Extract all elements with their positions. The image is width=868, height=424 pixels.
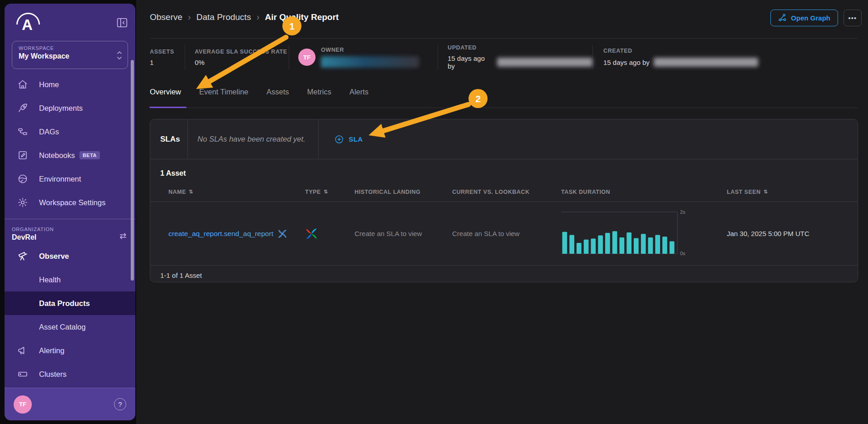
- stat-sla-rate: AVERAGE SLA SUCCESS RATE 0%: [185, 49, 289, 66]
- sidebar-item-label: Deployments: [39, 104, 83, 113]
- sidebar-item-alerting[interactable]: Alerting: [5, 339, 135, 362]
- chevron-up-down-icon: [116, 49, 123, 63]
- main-content: Observe › Data Products › Air Quality Re…: [136, 0, 868, 424]
- workspace-selector[interactable]: WORKSPACE My Workspace: [12, 41, 128, 69]
- more-options-button[interactable]: •••: [843, 10, 862, 26]
- sidebar-collapse-icon[interactable]: [116, 17, 128, 28]
- stat-label: CREATED: [603, 48, 758, 54]
- asset-link[interactable]: create_aq_report.send_aq_report: [168, 230, 273, 238]
- sidebar-item-observe[interactable]: Observe: [5, 244, 135, 268]
- chevron-right-icon: ›: [256, 12, 260, 22]
- switch-organization-icon[interactable]: [118, 231, 128, 241]
- workspace-label: WORKSPACE: [19, 45, 121, 51]
- home-icon: [17, 79, 28, 90]
- add-sla-button[interactable]: SLA: [319, 119, 363, 159]
- open-graph-button[interactable]: Open Graph: [770, 10, 838, 26]
- dag-icon: [17, 126, 28, 137]
- slas-title: SLAs: [150, 119, 187, 159]
- sidebar-scrollbar[interactable]: [131, 60, 134, 281]
- graph-icon: [778, 13, 787, 23]
- stats-bar: ASSETS 1 AVERAGE SLA SUCCESS RATE 0% TF …: [150, 39, 858, 76]
- tab-overview[interactable]: Overview: [150, 76, 181, 108]
- sidebar-footer: TF ?: [5, 388, 135, 420]
- sidebar-item-data-products[interactable]: Data Products: [5, 291, 135, 315]
- sidebar-item-deployments[interactable]: Deployments: [5, 96, 135, 120]
- sidebar-item-label: Clusters: [39, 370, 67, 379]
- stat-label: OWNER: [321, 47, 419, 53]
- airflow-outline-icon: [278, 229, 287, 238]
- header-actions: Open Graph •••: [770, 10, 862, 26]
- organization-selector[interactable]: ORGANIZATION DevRel: [5, 219, 135, 244]
- sidebar: A WORKSPACE My Workspace: [5, 4, 135, 420]
- historical-landing-cell: Create an SLA to view: [355, 230, 452, 237]
- table-pagination-label: 1-1 of 1 Asset: [150, 265, 858, 279]
- workspace-name: My Workspace: [19, 52, 121, 60]
- stat-created: CREATED 15 days ago by: [593, 48, 758, 67]
- table-row: create_aq_report.send_aq_report: [150, 202, 858, 265]
- sidebar-item-notebooks[interactable]: Notebooks BETA: [5, 143, 135, 167]
- sidebar-item-workspace-settings[interactable]: Workspace Settings: [5, 191, 135, 214]
- telescope-icon: [17, 251, 28, 261]
- overview-card: SLAs No SLAs have been created yet. SLA …: [150, 119, 858, 282]
- organization-label: ORGANIZATION: [12, 227, 128, 232]
- y-tick-bottom: 0s: [680, 251, 686, 256]
- sidebar-item-environment[interactable]: Environment: [5, 167, 135, 191]
- sort-icon[interactable]: ⇅: [324, 189, 328, 195]
- airflow-logo-icon: [305, 227, 355, 240]
- stat-value: 0%: [195, 59, 289, 66]
- breadcrumb-observe[interactable]: Observe: [150, 12, 182, 22]
- column-header-name[interactable]: NAME ⇅: [150, 189, 305, 195]
- sidebar-item-clusters[interactable]: Clusters: [5, 362, 135, 386]
- stat-label: AVERAGE SLA SUCCESS RATE: [195, 49, 289, 55]
- sidebar-item-health[interactable]: Health: [5, 268, 135, 291]
- notebook-icon: [17, 150, 28, 161]
- plus-circle-icon: [334, 134, 344, 144]
- sidebar-item-label: Notebooks: [39, 151, 75, 160]
- current-vs-lookback-cell: Create an SLA to view: [452, 230, 561, 237]
- column-header-current-vs-lookback: CURRENT VS. LOOKBACK: [452, 189, 561, 195]
- created-by-redacted: [654, 58, 758, 67]
- asset-type-cell: [305, 227, 355, 240]
- sidebar-item-home[interactable]: Home: [5, 73, 135, 96]
- tab-alerts[interactable]: Alerts: [350, 76, 369, 108]
- sort-icon[interactable]: ⇅: [764, 189, 768, 195]
- clusters-icon: [17, 369, 28, 380]
- sidebar-nav: Home Deployments DAGs: [5, 73, 135, 386]
- stat-label: UPDATED: [448, 44, 592, 51]
- task-duration-bars: [562, 231, 675, 254]
- tab-assets[interactable]: Assets: [266, 76, 289, 108]
- column-header-historical-landing: HISTORICAL LANDING: [355, 189, 452, 195]
- gear-icon: [17, 197, 28, 208]
- last-seen-cell: Jan 30, 2025 5:00 PM UTC: [727, 230, 858, 237]
- sidebar-item-dags[interactable]: DAGs: [5, 120, 135, 143]
- sidebar-item-label: Workspace Settings: [39, 198, 105, 207]
- stat-label: ASSETS: [150, 49, 185, 55]
- assets-table-header: NAME ⇅ TYPE ⇅ HISTORICAL LANDING CURRENT…: [150, 182, 858, 202]
- updated-prefix: 15 days ago by: [448, 54, 493, 70]
- column-header-last-seen[interactable]: LAST SEEN ⇅: [727, 189, 858, 195]
- sidebar-item-label: DAGs: [39, 128, 59, 136]
- app-screen: A WORKSPACE My Workspace: [0, 0, 868, 424]
- user-avatar[interactable]: TF: [14, 395, 32, 414]
- rocket-icon: [17, 103, 28, 113]
- tab-metrics[interactable]: Metrics: [307, 76, 331, 108]
- column-header-type[interactable]: TYPE ⇅: [305, 189, 355, 195]
- stat-value: 1: [150, 59, 185, 66]
- slas-empty-message: No SLAs have been created yet.: [188, 119, 318, 159]
- sort-icon[interactable]: ⇅: [189, 189, 193, 195]
- sidebar-item-label: Alerting: [39, 346, 64, 355]
- astronomer-logo-icon[interactable]: A: [16, 13, 40, 36]
- task-duration-chart: 2s 0s: [561, 208, 694, 257]
- updated-by-redacted: [497, 58, 592, 67]
- sidebar-item-label: Home: [39, 80, 59, 89]
- sidebar-item-label: Data Products: [39, 299, 90, 308]
- created-prefix: 15 days ago by: [603, 59, 650, 66]
- sidebar-item-asset-catalog[interactable]: Asset Catalog: [5, 315, 135, 339]
- breadcrumb-data-products[interactable]: Data Products: [196, 12, 251, 22]
- y-tick-top: 2s: [680, 209, 686, 215]
- logo-letter: A: [22, 16, 33, 34]
- stat-assets: ASSETS 1: [150, 49, 185, 66]
- help-icon[interactable]: ?: [114, 398, 126, 410]
- beta-badge: BETA: [79, 151, 100, 159]
- tab-event-timeline[interactable]: Event Timeline: [199, 76, 248, 108]
